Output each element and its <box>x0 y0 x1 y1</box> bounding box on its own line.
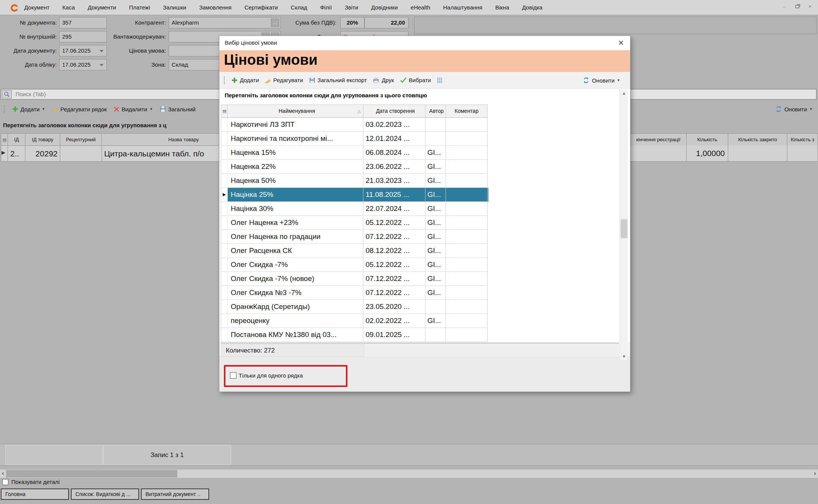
cell-name: Постанова КМУ №1380 від 03... <box>228 328 363 342</box>
cell-date: 09.01.2025 ... <box>363 328 425 342</box>
table-cell[interactable] <box>787 145 818 162</box>
add-button[interactable]: Додати▼ <box>12 106 45 112</box>
bottom-tab[interactable]: Витратний документ .. <box>141 488 209 500</box>
column-header-comment[interactable]: Коментар <box>446 105 488 118</box>
menu-item[interactable]: Філії <box>320 4 332 11</box>
cell-date: 07.12.2022 ... <box>363 230 425 244</box>
delete-button[interactable]: Видалити▼ <box>114 106 153 112</box>
bottom-tab[interactable]: Список: Видаткові д ... <box>71 488 139 500</box>
dialog-edit-button[interactable]: Редагувати <box>265 77 303 83</box>
table-row[interactable]: ▶ Олег Расценка СК 08.12.2022 ... GI... <box>221 244 488 258</box>
close-icon[interactable]: × <box>616 37 626 48</box>
menu-item[interactable]: eHealth <box>411 4 430 11</box>
column-header-product-id[interactable]: ІД товару <box>25 133 60 146</box>
row-indicator: ▶ <box>221 132 228 146</box>
menu-item[interactable]: Довідники <box>371 4 398 11</box>
export-button[interactable]: Загальний <box>160 106 196 112</box>
menu-item[interactable]: Вікна <box>495 4 509 11</box>
restore-icon[interactable] <box>794 3 801 9</box>
sum-field[interactable]: 22,00 <box>364 17 408 28</box>
menu-item[interactable]: Документи <box>88 4 116 11</box>
scroll-left-icon[interactable]: ‹ <box>0 470 6 478</box>
dialog-export-button[interactable]: Загальний експорт <box>309 77 367 83</box>
menu-item[interactable]: Каса <box>63 4 75 11</box>
menu-item[interactable]: Звіти <box>345 4 358 11</box>
table-footer-band: Количество: 272 <box>221 343 619 357</box>
table-row[interactable]: ▶ Наркотичні ЛЗ ЗПТ 03.02.2023 ... <box>221 118 488 132</box>
single-row-toggle[interactable]: Тільки для одного рядка <box>230 372 303 379</box>
dropdown-icon[interactable]: ▼ <box>42 107 45 111</box>
close-icon[interactable]: × <box>807 3 813 9</box>
table-row[interactable]: ▶ Націнка 30% 22.07.2024 ... GI... <box>221 202 488 216</box>
scrollbar-thumb[interactable] <box>621 219 627 238</box>
column-header[interactable]: Кількість <box>687 133 728 146</box>
scroll-right-icon[interactable]: › <box>812 470 818 478</box>
edit-row-button[interactable]: Редагувати рядок <box>52 106 107 112</box>
menu-item[interactable]: Платежі <box>129 4 150 11</box>
dialog-refresh-button[interactable]: Оновити▼ <box>583 72 620 89</box>
table-row[interactable]: ▶ Олег Скидка №3 -7% 07.12.2022 ... GI..… <box>221 286 488 300</box>
contractor-field[interactable]: Alexpharm… <box>169 17 281 28</box>
scroll-up-icon[interactable]: ▲ <box>620 89 628 97</box>
dialog-titlebar[interactable]: Вибір цінової умови × <box>219 36 630 50</box>
menu-item[interactable]: Склад <box>291 4 307 11</box>
show-details-toggle[interactable]: Показувати деталі <box>2 479 59 485</box>
column-header-name[interactable]: Найменування△ <box>228 105 363 118</box>
table-row[interactable]: ▶ Наценка 50% 21.03.2023 ... GI... <box>221 174 488 188</box>
dropdown-icon[interactable]: ▼ <box>809 107 813 111</box>
columns-icon[interactable] <box>437 77 443 83</box>
table-row[interactable]: ▶ переоценку 02.02.2022 ... GI... <box>221 314 488 328</box>
cell-name: Олег Наценка +23% <box>228 216 363 230</box>
table-row[interactable]: ▶ Олег Скидка -7% 05.12.2022 ... GI... <box>221 258 488 272</box>
search-icon[interactable] <box>2 90 12 98</box>
column-header-prescription[interactable]: Рецептурний <box>60 133 102 146</box>
cell-prescription[interactable] <box>60 145 102 162</box>
dialog-print-button[interactable]: Друк <box>373 77 394 83</box>
menu-item[interactable]: Замовлення <box>199 4 231 11</box>
table-row[interactable]: ▶ Олег Наценка +23% 05.12.2022 ... GI... <box>221 216 488 230</box>
menu-item[interactable]: Довідка <box>522 4 543 11</box>
single-row-checkbox[interactable] <box>230 372 236 379</box>
cell-id[interactable]: 2.. <box>8 145 25 162</box>
menu-item[interactable]: Залишки <box>163 4 186 11</box>
table-row[interactable]: ▶ Наркотичні та психотропні мі... 12.01.… <box>221 132 488 146</box>
show-details-checkbox[interactable] <box>2 479 8 485</box>
cell-date: 05.12.2022 ... <box>363 258 425 272</box>
table-row[interactable]: ▶ Наценка 22% 23.06.2022 ... GI... <box>221 160 488 174</box>
doc-no-label: № документа: <box>8 17 57 28</box>
cell-product-id[interactable]: 20292 <box>25 145 60 162</box>
menu-item[interactable]: Налаштування <box>443 4 483 11</box>
horizontal-scrollbar[interactable]: ‹ › <box>0 470 818 478</box>
table-cell[interactable] <box>630 145 687 162</box>
scrollbar-thumb[interactable] <box>6 470 177 477</box>
column-header-created[interactable]: Дата створення <box>363 105 425 118</box>
toolbar-grip[interactable] <box>224 76 225 84</box>
column-header-id[interactable]: ІД <box>8 133 25 146</box>
column-header[interactable]: кінчення реєстрації <box>630 133 687 146</box>
table-row[interactable]: ▶ Олег Скидка -7% (новое) 07.12.2022 ...… <box>221 272 488 286</box>
table-row[interactable]: ▶ ОранжКард (Серетиды) 23.05.2020 ... <box>221 300 488 314</box>
table-row[interactable]: ▶ Постанова КМУ №1380 від 03... 09.01.20… <box>221 328 488 342</box>
menu-item[interactable]: Документ <box>24 4 50 11</box>
dropdown-icon[interactable]: ▼ <box>150 107 153 111</box>
table-cell[interactable]: 1,00000 <box>687 145 728 162</box>
toolbar-grip[interactable] <box>4 105 5 113</box>
table-row[interactable]: ▶ Наценка 15% 06.08.2024 ... GI... <box>221 146 488 160</box>
menu-item[interactable]: Сертифікати <box>244 4 278 11</box>
bottom-tab[interactable]: Головна <box>1 488 69 500</box>
column-header[interactable]: Кількість закрито <box>728 133 787 146</box>
dialog-add-button[interactable]: Додати <box>231 77 259 83</box>
minimize-icon[interactable]: – <box>781 3 788 9</box>
table-row[interactable]: ▶ Олег Наценка по градации 07.12.2022 ..… <box>221 230 488 244</box>
scroll-down-icon[interactable]: ▼ <box>620 353 628 360</box>
table-cell[interactable] <box>728 145 787 162</box>
row-indicator-header: ▤ <box>1 133 8 146</box>
dropdown-icon[interactable]: ▼ <box>617 78 620 82</box>
vat-field[interactable]: 20% <box>340 17 364 28</box>
column-header-author[interactable]: Автор <box>425 105 446 118</box>
column-header[interactable]: Кількість з <box>787 133 818 146</box>
vertical-scrollbar[interactable]: ▲ ▼ <box>619 89 628 360</box>
table-row[interactable]: ▶ Націнка 25% 11.08.2025 ... GI... <box>221 188 488 202</box>
dialog-select-button[interactable]: Вибрати <box>400 77 431 83</box>
refresh-button[interactable]: Оновити▼ <box>775 103 813 115</box>
